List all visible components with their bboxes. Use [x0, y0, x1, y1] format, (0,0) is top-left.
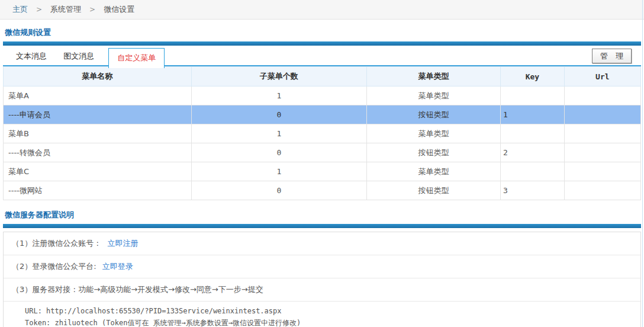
table-header-row: 菜单名称 子菜单个数 菜单类型 Key Url: [4, 67, 641, 86]
cell-menu-name: 菜单B: [4, 124, 192, 143]
table-row[interactable]: ----微网站 0 按钮类型 3: [4, 181, 641, 200]
tab-custom-menu[interactable]: 自定义菜单: [108, 48, 165, 68]
config-step-register-text: （1）注册微信公众账号：: [12, 239, 101, 248]
cell-menu-type: 按钮类型: [366, 143, 500, 162]
cell-key: [501, 124, 565, 143]
cell-menu-type: 按钮类型: [366, 105, 500, 124]
cell-menu-name: ----转微会员: [4, 143, 192, 162]
cell-submenu-count: 1: [191, 162, 366, 181]
manage-button[interactable]: 管 理: [592, 49, 632, 63]
column-header-submenu-count: 子菜单个数: [191, 67, 366, 86]
cell-url: [564, 181, 640, 200]
page-right-border: [642, 0, 643, 327]
table-row[interactable]: 菜单B 1 菜单类型: [4, 124, 641, 143]
cell-key: 3: [501, 181, 565, 200]
config-step-connect-text: （3）服务器对接：功能→高级功能→开发模式→修改→同意→下一步→提交: [12, 285, 263, 294]
breadcrumb-item-system[interactable]: 系统管理: [50, 4, 81, 15]
breadcrumb-separator: >: [36, 5, 42, 14]
server-config-box: （1）注册微信公众账号： 立即注册 （2）登录微信公众平台: 立即登录 （3）服…: [3, 232, 641, 327]
section-title-wechat-rules: 微信规则设置: [5, 27, 639, 38]
section-divider-bar: [3, 224, 641, 228]
cell-key: 2: [501, 143, 565, 162]
server-token-line: Token: zhiluotech (Token值可在 系统管理→系统参数设置→…: [25, 317, 640, 327]
cell-url: [564, 124, 640, 143]
cell-url: [564, 143, 640, 162]
cell-url: [564, 162, 640, 181]
config-step-login: （2）登录微信公众平台: 立即登录: [4, 255, 640, 278]
config-step-login-text: （2）登录微信公众平台:: [12, 262, 96, 271]
cell-url: [564, 86, 640, 105]
table-row[interactable]: ----转微会员 0 按钮类型 2: [4, 143, 641, 162]
column-header-menu-name: 菜单名称: [4, 67, 192, 86]
column-header-key: Key: [501, 67, 565, 86]
login-now-link[interactable]: 立即登录: [102, 262, 133, 271]
cell-submenu-count: 1: [191, 86, 366, 105]
table-row-selected[interactable]: ----申请会员 0 按钮类型 1: [4, 105, 641, 124]
cell-key: [501, 162, 565, 181]
cell-menu-type: 菜单类型: [366, 162, 500, 181]
config-step-register: （1）注册微信公众账号： 立即注册: [4, 232, 640, 255]
tab-text-message[interactable]: 文本消息: [9, 46, 54, 62]
cell-menu-name: ----微网站: [4, 181, 192, 200]
cell-key: 1: [501, 105, 565, 124]
menu-table: 菜单名称 子菜单个数 菜单类型 Key Url 菜单A 1 菜单类型 ----申…: [3, 66, 641, 200]
server-url-line: URL: http://localhost:65530/?PID=133Serv…: [25, 305, 640, 317]
register-now-link[interactable]: 立即注册: [107, 239, 138, 248]
tab-strip: 文本消息 图文消息 自定义菜单 管 理: [3, 46, 641, 66]
cell-submenu-count: 0: [191, 105, 366, 124]
cell-submenu-count: 1: [191, 124, 366, 143]
table-row[interactable]: 菜单A 1 菜单类型: [4, 86, 641, 105]
cell-menu-type: 菜单类型: [366, 86, 500, 105]
cell-menu-name: 菜单A: [4, 86, 192, 105]
breadcrumb-separator: >: [89, 5, 95, 14]
section-title-server-config: 微信服务器配置说明: [5, 210, 639, 220]
breadcrumb: 主页 > 系统管理 > 微信设置: [0, 0, 644, 20]
cell-menu-name: 菜单C: [4, 162, 192, 181]
breadcrumb-home-link[interactable]: 主页: [12, 4, 28, 15]
cell-url: [564, 105, 640, 124]
cell-menu-type: 菜单类型: [366, 124, 500, 143]
breadcrumb-item-current: 微信设置: [104, 4, 134, 15]
column-header-menu-type: 菜单类型: [366, 67, 500, 86]
config-code-block: URL: http://localhost:65530/?PID=133Serv…: [4, 302, 640, 327]
cell-submenu-count: 0: [191, 143, 366, 162]
cell-submenu-count: 0: [191, 181, 366, 200]
cell-menu-type: 按钮类型: [366, 181, 500, 200]
cell-menu-name: ----申请会员: [4, 105, 192, 124]
tab-imagetext-message[interactable]: 图文消息: [56, 46, 101, 62]
section-divider-bar: [3, 41, 641, 46]
column-header-url: Url: [564, 67, 640, 86]
config-step-connect: （3）服务器对接：功能→高级功能→开发模式→修改→同意→下一步→提交: [4, 278, 640, 302]
table-row[interactable]: 菜单C 1 菜单类型: [4, 162, 641, 181]
cell-key: [501, 86, 565, 105]
